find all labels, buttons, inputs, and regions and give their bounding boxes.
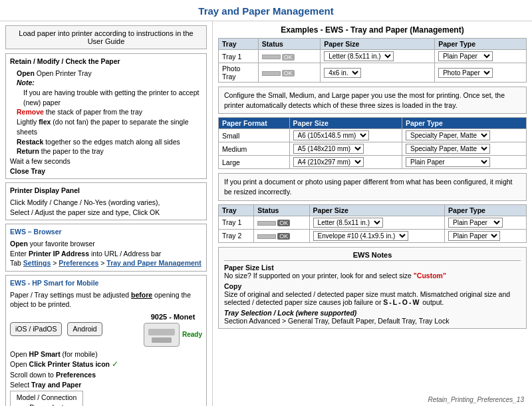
bot-table-header-paper-size: Paper Size [309,204,444,216]
info-box: Configure the Small, Medium, and Large p… [218,87,527,114]
right-title: Examples - EWS - Tray and Paper (Managem… [218,25,527,35]
bot-tray2-paper-type: Plain Paper [445,229,527,242]
bot-tray1-paper-size-select[interactable]: Letter (8.5x11 in.) A4 [313,218,383,228]
copy-title: Copy [224,282,521,290]
warning-box: If you print a document or photo using p… [218,173,527,200]
display-panel-title: Printer Display Panel [10,186,202,196]
ews-browser-section: EWS – Browser Open your favorite browser… [5,224,207,272]
tray1-paper-type-select[interactable]: Plain Paper Photo Paper Specialty [438,51,493,61]
tray-selection-text: Section Advanced > General Tray, Default… [224,317,521,325]
note-text: If you are having trouble with getting t… [23,88,202,107]
remove-line: Remove the stack of paper from the tray [17,107,202,117]
ews-notes-box: EWS Notes Paper Size List No size? If su… [218,247,527,329]
display-panel-line2: Select / Adjust the paper size and type,… [10,208,202,218]
tray1-label: Tray 1 [219,50,259,63]
model-name: 9025 - Monet [151,312,196,322]
table-row: Large A4 (210x297 mm) Letter Legal Plain… [219,156,527,169]
tray1-paper-size-select[interactable]: Letter (8.5x11 in.) A4 Legal [324,51,394,61]
large-paper-size: A4 (210x297 mm) Letter Legal [289,156,402,169]
ready-badge: Ready [182,330,202,339]
table-row: Small A6 (105x148.5 mm) A5 4x6 in. Speci… [219,129,527,142]
table-row: Tray 1 OK Letter (8.5x11 in.) A4 Legal P… [219,50,527,63]
top-table-header-paper-size: Paper Size [321,39,435,50]
model-connection-box: Model / Connection Dependent Single - Cl… [10,391,83,406]
open-hp-smart: Open HP Smart (for mobile) [10,349,202,359]
page-title: Tray and Paper Management [0,0,532,21]
display-panel-line1: Click Modify / Change / No-Yes (wording … [10,198,202,208]
flex-line: Lightly flex (do not fan) the paper to s… [17,117,202,136]
paper-size-list-text: No size? If supported on your printer, l… [224,272,521,280]
retain-section: Retain / Modify / Check the Paper Open O… [5,53,207,179]
ews-browser-line2: Enter Printer IP Address into URL / Addr… [10,249,202,259]
small-paper-type: Specialty Paper, Matte Plain Paper [402,129,526,142]
photo-tray-paper-size-select[interactable]: 4x6 in. 5x7 in. [324,68,361,78]
ews-browser-title: EWS – Browser [10,227,202,237]
restack-line: Restack together so the edges match alon… [17,137,202,147]
tray-selection-title: Tray Selection / Lock (where supported) [224,309,521,317]
bot-tray1-paper-size: Letter (8.5x11 in.) A4 [309,216,444,229]
ews-mobile-title: EWS - HP Smart for Mobile [10,278,202,288]
top-tray-table: Tray Status Paper Size Paper Type Tray 1… [218,38,527,83]
bot-tray2-paper-type-select[interactable]: Plain Paper [448,231,500,241]
mobile-os-row: iOS / iPadOS Android 9025 - Monet Ready [10,312,202,346]
return-line: Return the paper to the tray [17,146,202,156]
close-tray: Close Tray [10,166,202,176]
ews-notes-title: EWS Notes [224,251,521,261]
photo-tray-paper-type: Photo Paper Plain Paper [435,63,527,83]
medium-paper-type-select[interactable]: Specialty Paper, Matte Plain Paper [406,144,490,154]
bot-table-header-tray: Tray [219,204,254,216]
tray1-status: OK [258,50,320,63]
medium-format-label: Medium [219,142,290,156]
bot-tray1-paper-type: Plain Paper Photo Paper [445,216,527,229]
top-table-header-status: Status [258,39,320,50]
medium-paper-type: Specialty Paper, Matte Plain Paper [402,142,526,156]
load-paper-box: Load paper into printer according to ins… [5,25,207,49]
open-printer-status: Open Click Printer Status icon ✓ [10,359,202,370]
display-panel-section: Printer Display Panel Click Modify / Cha… [5,182,207,220]
large-paper-type-select[interactable]: Plain Paper Specialty Paper, Matte [406,157,490,167]
large-paper-size-select[interactable]: A4 (210x297 mm) Letter Legal [293,157,364,167]
medium-paper-size-select[interactable]: A5 (148x210 mm) Letter A4 [293,144,364,154]
bot-table-header-paper-type: Paper Type [445,204,527,216]
bot-tray1-status: OK [254,216,309,229]
select-tray-paper: Select Tray and Paper [10,380,202,390]
mid-table-header-type: Paper Type [402,118,526,129]
ews-mobile-desc: Paper / Tray settings must be adjusted b… [10,290,202,309]
wait-line: Wait a few seconds [10,156,202,166]
middle-format-table: Paper Format Paper Size Paper Type Small… [218,117,527,169]
tray1-paper-type: Plain Paper Photo Paper Specialty [435,50,527,63]
table-row: Tray 2 OK Envelope #10 (4.1x9.5 in.) Let… [219,229,527,242]
footer-text: Retain_Printing_Preferences_13 [428,396,524,403]
top-table-header-tray: Tray [219,39,259,50]
bot-tray2-status: OK [254,229,309,242]
bottom-tray-table: Tray Status Paper Size Paper Type Tray 1… [218,204,527,243]
mid-table-header-size: Paper Size [289,118,402,129]
medium-paper-size: A5 (148x210 mm) Letter A4 [289,142,402,156]
bot-tray2-label: Tray 2 [219,229,254,242]
photo-tray-label: PhotoTray [219,63,259,83]
ios-button[interactable]: iOS / iPadOS [10,322,62,336]
small-paper-size: A6 (105x148.5 mm) A5 4x6 in. [289,129,402,142]
printer-icon [144,323,180,347]
printer-image-area: 9025 - Monet Ready [144,312,202,346]
bot-tray1-paper-type-select[interactable]: Plain Paper Photo Paper [448,218,503,228]
note-label: Note: [17,78,202,88]
right-column: Examples - EWS - Tray and Paper (Managem… [213,21,532,406]
tray1-paper-size: Letter (8.5x11 in.) A4 Legal [321,50,435,63]
photo-tray-paper-type-select[interactable]: Photo Paper Plain Paper [438,68,493,78]
photo-tray-status: OK [258,63,320,83]
small-paper-type-select[interactable]: Specialty Paper, Matte Plain Paper [406,130,490,140]
ews-browser-line3: Tab Settings > Preferences > Tray and Pa… [10,258,202,268]
copy-text: Size of original and selected / detected… [224,290,521,306]
table-row: Medium A5 (148x210 mm) Letter A4 Special… [219,142,527,156]
bot-tray2-paper-size: Envelope #10 (4.1x9.5 in.) Letter [309,229,444,242]
small-paper-size-select[interactable]: A6 (105x148.5 mm) A5 4x6 in. [293,130,369,140]
ews-mobile-section: EWS - HP Smart for Mobile Paper / Tray s… [5,275,207,406]
table-row: PhotoTray OK 4x6 in. 5x7 in. Photo Paper… [219,63,527,83]
open-printer-tray: Open Open Printer Tray [17,69,202,79]
bot-table-header-status: Status [254,204,309,216]
top-table-header-paper-type: Paper Type [435,39,527,50]
large-format-label: Large [219,156,290,169]
android-button[interactable]: Android [67,322,102,336]
bot-tray2-paper-size-select[interactable]: Envelope #10 (4.1x9.5 in.) Letter [313,231,408,241]
